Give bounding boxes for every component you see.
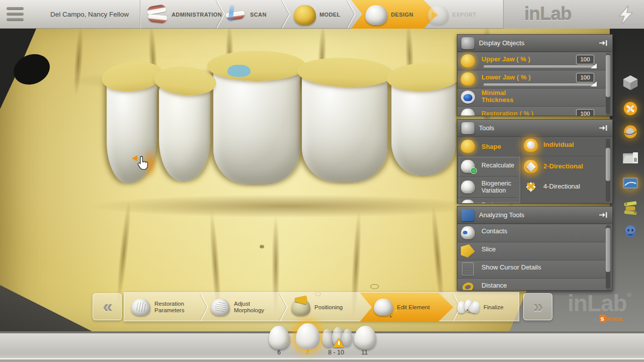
lower-jaw-slider[interactable] [484, 83, 596, 86]
crown-central-incisor-right[interactable] [302, 73, 387, 183]
finalize-icon [457, 299, 479, 315]
distance-icon [461, 281, 474, 291]
tool-label: Shape [481, 143, 501, 150]
shape-tool-icon [461, 140, 475, 153]
workflow-previous-button[interactable]: « [93, 293, 122, 320]
row-label: Upper Jaw ( % ) [481, 55, 530, 63]
crown-tooth[interactable] [391, 77, 456, 175]
step-label: Restoration Parameters [154, 301, 184, 314]
step-label: Adjust Morphology [234, 301, 264, 314]
lower-jaw-row[interactable]: Lower Jaw ( % ) 100 [457, 70, 606, 88]
tool-4-directional[interactable]: 4-Directional [521, 177, 606, 197]
step-restoration-parameters[interactable]: Restoration Parameters [131, 293, 199, 322]
display-objects-scrollbar[interactable] [606, 54, 610, 114]
tool-slice[interactable]: Slice [457, 242, 606, 260]
crown-tooth[interactable] [159, 81, 210, 182]
display-objects-strip-icon[interactable] [622, 124, 639, 140]
main-menu-button[interactable] [7, 7, 25, 22]
step-label: Edit Element [397, 304, 430, 311]
collapse-panel-icon[interactable] [599, 40, 607, 46]
individual-icon [524, 139, 538, 152]
model-step-icon [294, 5, 316, 25]
sirona-watermark: bysirona. [593, 315, 623, 322]
gum-scallop [207, 51, 306, 81]
workflow-bar: Restoration Parameters Adjust Morphology… [124, 292, 519, 321]
restoration-icon [461, 109, 475, 116]
collapse-panel-icon[interactable] [599, 125, 607, 131]
design-step-icon [365, 5, 387, 25]
scrollbar-thumb[interactable] [606, 55, 610, 97]
crown-central-incisor-left[interactable] [213, 66, 300, 185]
analyzing-scrollbar[interactable] [606, 226, 610, 289]
minimal-thickness-marker [227, 65, 251, 77]
tool-shape[interactable]: Shape [457, 137, 519, 157]
row-label: Minimal Thickness [481, 89, 514, 104]
two-directional-icon [524, 160, 538, 173]
step-label: Finalize [484, 304, 504, 311]
tooth-item-7[interactable] [296, 323, 320, 349]
nav-step-administration[interactable]: ADMINISTRATION [146, 0, 222, 29]
nav-step-design[interactable]: DESIGN [365, 0, 414, 29]
analyzing-tools-header[interactable]: Analyzing Tools [457, 207, 612, 224]
restoration-row[interactable]: Restoration ( % ) 100 [457, 106, 606, 116]
tool-2-directional[interactable]: 2-Directional [521, 157, 606, 177]
step-positioning[interactable]: Positioning [291, 293, 357, 322]
inlab-app-window: Del Campo, Nancy Fellow ADMINISTRATION S… [0, 0, 644, 362]
nav-step-label: SCAN [250, 12, 267, 18]
scrollbar-thumb[interactable] [606, 228, 610, 272]
nav-step-model[interactable]: MODEL [294, 0, 341, 29]
nav-step-scan[interactable]: SCAN [224, 0, 267, 29]
tool-label: Biogeneric Variation [481, 180, 511, 194]
flash-icon[interactable] [615, 4, 637, 26]
model-ridge-shadow [91, 195, 483, 218]
analyzing-strip-icon[interactable] [622, 176, 639, 192]
model-detail-ring [370, 284, 379, 289]
tool-recalculate[interactable]: Recalculate [457, 158, 518, 176]
reduce-icon [461, 200, 475, 204]
tool-label: Contacts [481, 227, 507, 235]
upper-jaw-row[interactable]: Upper Jaw ( % ) 100 [457, 52, 606, 70]
collapse-panel-icon[interactable] [599, 212, 607, 218]
tool-individual[interactable]: Individual [521, 137, 606, 156]
case-folder-icon[interactable] [622, 150, 639, 166]
step-finalize[interactable]: Finalize [457, 293, 518, 322]
tool-label: 4-Directional [543, 183, 580, 190]
warning-icon [333, 338, 344, 347]
tool-label: Distance [481, 282, 507, 289]
tooth-number-range: 8 - 10 [328, 349, 344, 356]
articulator-icon[interactable] [622, 200, 639, 216]
export-step-icon [428, 6, 449, 25]
workflow-next-button[interactable]: » [523, 293, 552, 320]
panel-title: Analyzing Tools [479, 211, 524, 219]
tool-biogeneric-variation[interactable]: Biogeneric Variation [457, 176, 518, 197]
tool-reduce[interactable]: Reduce [457, 197, 518, 204]
tools-scrollbar[interactable] [606, 139, 610, 202]
tools-strip-icon[interactable] [622, 101, 639, 117]
patient-name: Del Campo, Nancy Fellow [50, 11, 129, 18]
restoration-value[interactable]: 100 [576, 109, 594, 116]
edit-element-icon [374, 299, 393, 316]
display-objects-icon [461, 37, 474, 49]
nav-step-label: DESIGN [391, 12, 414, 18]
tools-header[interactable]: Tools [457, 120, 612, 137]
shape-tool-marker [132, 155, 137, 161]
nav-step-export[interactable]: EXPORT [428, 0, 476, 29]
scrollbar-thumb[interactable] [606, 148, 610, 181]
patient-face-icon[interactable] [624, 223, 637, 239]
upper-jaw-slider[interactable] [484, 65, 596, 68]
lower-jaw-icon [461, 72, 475, 85]
tool-contacts[interactable]: Contacts [457, 224, 606, 242]
step-edit-element[interactable]: Edit Element [374, 293, 444, 322]
display-objects-header[interactable]: Display Objects [457, 35, 612, 52]
minimal-thickness-row[interactable]: Minimal Thickness [457, 88, 606, 106]
view-cube-icon[interactable] [622, 74, 639, 90]
tool-show-cursor-details[interactable]: Show Cursor Details [457, 260, 606, 278]
display-objects-panel: Display Objects Upper Jaw ( % ) 100 Lowe… [457, 34, 613, 116]
row-label: Lower Jaw ( % ) [481, 73, 531, 81]
step-adjust-morphology[interactable]: Adjust Morphology [211, 293, 277, 322]
tool-distance[interactable]: Distance [457, 278, 606, 291]
restoration-parameters-icon [131, 299, 150, 316]
contacts-icon [461, 226, 475, 239]
analyzing-tools-panel: Analyzing Tools Contacts Slice Show Curs… [457, 206, 613, 291]
slice-icon [461, 244, 475, 257]
